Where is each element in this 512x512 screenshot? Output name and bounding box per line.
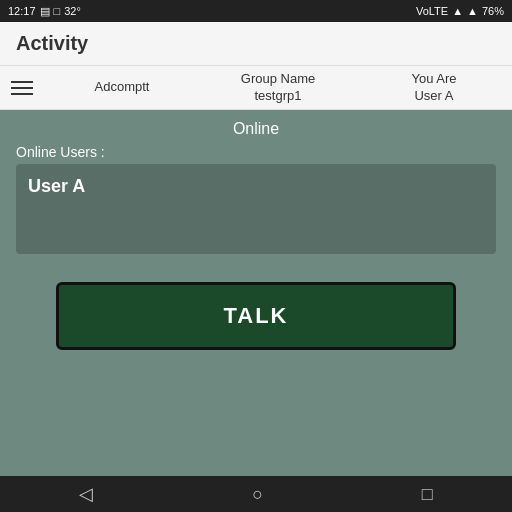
top-nav: Adcomptt Group Name testgrp1 You Are Use… [0, 66, 512, 110]
list-item: User A [28, 172, 484, 201]
hamburger-line2 [11, 87, 33, 89]
status-wifi-icon: ▲ [467, 5, 478, 17]
nav-group-label: Group Name testgrp1 [241, 71, 315, 105]
home-button[interactable]: ○ [236, 480, 279, 509]
online-users-header: Online Users : [16, 144, 496, 160]
nav-company: Adcomptt [44, 66, 200, 109]
status-icon: ▤ [40, 5, 50, 18]
status-battery: 76% [482, 5, 504, 17]
status-right: VoLTE ▲ ▲ 76% [416, 5, 504, 17]
nav-company-label: Adcomptt [95, 79, 150, 96]
users-list: User A [16, 164, 496, 254]
status-icon2: □ [54, 5, 61, 17]
nav-user-label: You Are User A [411, 71, 456, 105]
talk-button-container: TALK [0, 282, 512, 350]
nav-user: You Are User A [356, 66, 512, 109]
bottom-nav-bar: ◁ ○ □ [0, 476, 512, 512]
status-signal-icon: ▲ [452, 5, 463, 17]
page-title: Activity [16, 32, 88, 55]
nav-group: Group Name testgrp1 [200, 66, 356, 109]
talk-button[interactable]: TALK [56, 282, 456, 350]
hamburger-menu-button[interactable] [0, 66, 44, 110]
status-time: 12:17 [8, 5, 36, 17]
status-temp: 32° [64, 5, 81, 17]
back-button[interactable]: ◁ [63, 479, 109, 509]
online-users-section: Online Users : User A [0, 144, 512, 254]
hamburger-line3 [11, 93, 33, 95]
status-bar: 12:17 ▤ □ 32° VoLTE ▲ ▲ 76% [0, 0, 512, 22]
recent-apps-button[interactable]: □ [406, 480, 449, 509]
status-volte: VoLTE [416, 5, 448, 17]
title-bar: Activity [0, 22, 512, 66]
online-status-label: Online [0, 110, 512, 144]
status-left: 12:17 ▤ □ 32° [8, 5, 81, 18]
hamburger-line1 [11, 81, 33, 83]
app-container: Activity Adcomptt Group Name testgrp1 Yo… [0, 22, 512, 512]
